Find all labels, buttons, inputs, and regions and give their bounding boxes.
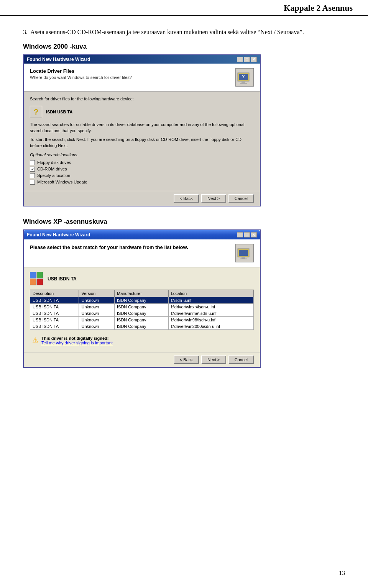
hardware-wizard-icon: ? [237,70,252,85]
optional-label: Optional search locations: [30,152,254,157]
driver-table: Description Version Manufacturer Locatio… [30,290,254,330]
table-row[interactable]: USB ISDN TAUnknownISDN Companyf:\driver\… [30,316,254,323]
svg-rect-9 [30,272,36,278]
table-row[interactable]: USB ISDN TAUnknownISDN Companyf:\driver\… [30,323,254,329]
next-button[interactable]: Next > [201,194,226,203]
location-label: Specify a location [37,173,70,178]
update-checkbox[interactable] [30,180,35,185]
win2000-header-subtitle: Where do you want Windows to search for … [30,75,132,80]
page-header: Kappale 2 Asennus [0,0,368,16]
xp-close-btn[interactable]: ✕ [251,232,257,237]
update-label: Microsoft Windows Update [37,180,87,184]
page-number: 13 [339,570,345,577]
winxp-body: USB ISDN TA Description Version Manufact… [24,267,260,352]
warning-link[interactable]: Tell me why driver signing is important [41,341,113,345]
cdrom-label: CD-ROM drives [37,167,67,171]
svg-rect-10 [37,272,43,278]
winxp-titlebar-title: Found New Hardware Wizard [27,232,90,237]
xp-hardware-icon [237,246,252,261]
svg-rect-3 [240,83,247,84]
minimize-btn[interactable]: _ [237,57,243,62]
xp-titlebar-buttons: _ □ ✕ [237,232,257,237]
titlebar-buttons: _ □ ✕ [237,57,257,62]
xp-minimize-btn[interactable]: _ [237,232,243,237]
warning-row: ⚠ This driver is not digitally signed! T… [30,334,254,347]
xp-back-button[interactable]: < Back [174,355,199,364]
table-row[interactable]: USB ISDN TAUnknownISDN Companyf:\driver\… [30,310,254,316]
col-location: Location [168,290,253,297]
winxp-title: Windows XP -asennuskuva [23,218,345,226]
page-title: Kappale 2 Asennus [15,3,353,13]
win2000-titlebar-title: Found New Hardware Wizard [27,57,90,62]
svg-rect-7 [242,257,245,259]
device-name: ISDN USB TA [46,110,72,114]
win2000-header-title: Locate Driver Files [30,68,132,74]
win2000-body: Search for driver files for the followin… [24,92,260,191]
intro-text: Aseta asennus-CD CD-ROM-asemaan ja tee s… [30,29,304,35]
desc2: To start the search, click Next. If you … [30,137,254,149]
checkbox-floppy[interactable]: Floppy disk drives [30,160,254,165]
winxp-header-panel: Please select the best match for your ha… [24,239,260,267]
floppy-label: Floppy disk drives [37,160,71,165]
winxp-titlebar: Found New Hardware Wizard _ □ ✕ [24,230,260,239]
win2000-title: Windows 2000 -kuva [23,43,345,51]
col-version: Version [79,290,115,297]
checkbox-cdrom[interactable]: CD-ROM drives [30,167,254,172]
svg-rect-12 [37,279,43,285]
winxp-dialog-title: Found New Hardware Wizard [27,232,90,237]
checkbox-update[interactable]: Microsoft Windows Update [30,180,254,185]
col-description: Description [30,290,79,297]
search-label: Search for driver files for the followin… [30,96,254,102]
floppy-checkbox[interactable] [30,160,35,165]
table-row[interactable]: USB ISDN TAUnknownISDN Companyf:\driver\… [30,303,254,310]
xp-device-row: USB ISDN TA [30,272,254,286]
win2000-header-text: Locate Driver Files Where do you want Wi… [30,68,132,80]
close-btn[interactable]: ✕ [251,57,257,62]
win2000-dialog-title: Found New Hardware Wizard [27,57,90,62]
warning-title: This driver is not digitally signed! [41,336,113,341]
xp-next-button[interactable]: Next > [201,355,226,364]
warning-icon: ⚠ [32,336,38,344]
desc1: The wizard searches for suitable drivers… [30,122,254,134]
xp-device-name: USB ISDN TA [48,276,77,282]
table-header-row: Description Version Manufacturer Locatio… [30,290,254,297]
winxp-dialog: Found New Hardware Wizard _ □ ✕ Please s… [23,229,261,368]
svg-rect-2 [242,81,245,83]
svg-rect-8 [240,259,247,259]
cdrom-checkbox[interactable] [30,167,35,172]
xp-maximize-btn[interactable]: □ [244,232,250,237]
maximize-btn[interactable]: □ [244,57,250,62]
cancel-button[interactable]: Cancel [228,194,254,203]
xp-device-icon [30,272,44,286]
win2000-header-icon: ? [235,68,254,87]
warning-text: This driver is not digitally signed! Tel… [41,336,113,345]
winxp-footer: < Back Next > Cancel [24,352,260,367]
svg-rect-6 [239,250,248,256]
device-row: ? ISDN USB TA [30,106,254,118]
win2000-titlebar: Found New Hardware Wizard _ □ ✕ [24,55,260,64]
xp-cancel-button[interactable]: Cancel [228,355,254,364]
winxp-header-icon [235,244,254,262]
win2000-header-panel: Locate Driver Files Where do you want Wi… [24,64,260,92]
svg-text:?: ? [242,74,245,79]
question-icon: ? [30,106,42,118]
win2000-footer: < Back Next > Cancel [24,191,260,206]
intro-number: 3. [23,29,28,35]
checkbox-location[interactable]: Specify a location [30,173,254,178]
col-manufacturer: Manufacturer [115,290,169,297]
back-button[interactable]: < Back [174,194,199,203]
svg-rect-11 [30,279,36,285]
main-content: 3. Aseta asennus-CD CD-ROM-asemaan ja te… [0,16,368,402]
winxp-header-text: Please select the best match for your ha… [30,244,188,251]
intro-paragraph: 3. Aseta asennus-CD CD-ROM-asemaan ja te… [23,28,345,37]
win2000-dialog: Found New Hardware Wizard _ □ ✕ Locate D… [23,54,261,206]
table-row[interactable]: USB ISDN TAUnknownISDN Companyf:\isdn-u.… [30,297,254,303]
location-checkbox[interactable] [30,173,35,178]
